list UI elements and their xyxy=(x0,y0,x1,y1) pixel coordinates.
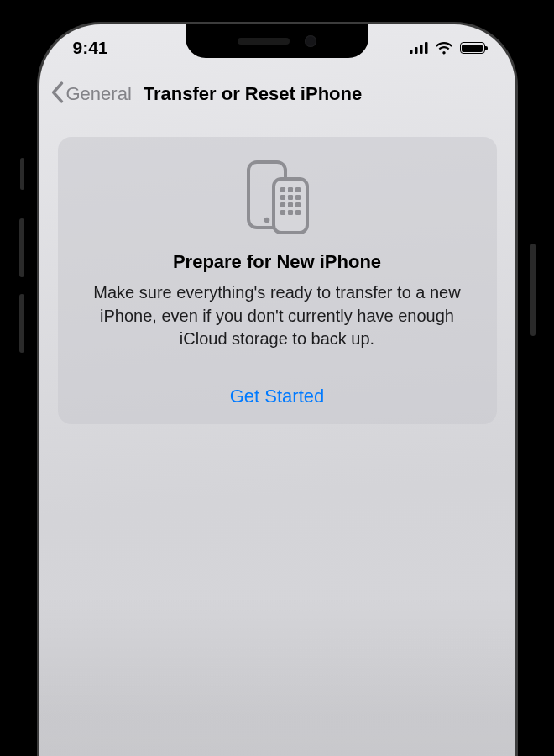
svg-rect-18 xyxy=(295,210,301,215)
phone-frame: 9:41 xyxy=(24,8,531,756)
prepare-card-description: Make sure everything's ready to transfer… xyxy=(80,281,475,351)
mute-switch xyxy=(20,158,24,190)
power-button xyxy=(530,244,536,336)
svg-rect-14 xyxy=(288,202,293,207)
svg-rect-7 xyxy=(280,187,285,192)
svg-rect-9 xyxy=(295,187,301,192)
cellular-signal-icon xyxy=(410,42,428,54)
svg-rect-17 xyxy=(288,210,293,215)
svg-rect-11 xyxy=(288,195,293,200)
svg-rect-2 xyxy=(420,45,423,54)
svg-point-5 xyxy=(264,218,270,223)
svg-rect-3 xyxy=(425,42,428,54)
svg-rect-13 xyxy=(280,202,285,207)
front-camera xyxy=(305,35,316,47)
svg-rect-8 xyxy=(288,187,293,192)
battery-icon xyxy=(460,42,485,54)
svg-rect-12 xyxy=(295,195,301,200)
speaker-grille xyxy=(238,38,290,45)
transfer-devices-icon xyxy=(80,159,475,236)
svg-rect-0 xyxy=(410,50,413,54)
prepare-card: Prepare for New iPhone Make sure everyth… xyxy=(58,137,497,424)
svg-rect-15 xyxy=(295,202,301,207)
prepare-card-title: Prepare for New iPhone xyxy=(80,251,475,273)
get-started-button[interactable]: Get Started xyxy=(58,370,497,424)
page-title: Transfer or Reset iPhone xyxy=(144,83,362,105)
back-button-label[interactable]: General xyxy=(66,83,132,105)
nav-bar: General Transfer or Reset iPhone xyxy=(39,71,515,117)
wifi-icon xyxy=(435,41,453,55)
svg-rect-10 xyxy=(280,195,285,200)
volume-down-button xyxy=(19,294,24,353)
volume-up-button xyxy=(19,218,24,277)
svg-rect-1 xyxy=(415,47,418,54)
notch xyxy=(186,24,368,58)
back-chevron-icon[interactable] xyxy=(50,81,65,107)
svg-rect-16 xyxy=(280,210,285,215)
screen: 9:41 xyxy=(39,24,515,756)
status-time: 9:41 xyxy=(73,38,108,58)
